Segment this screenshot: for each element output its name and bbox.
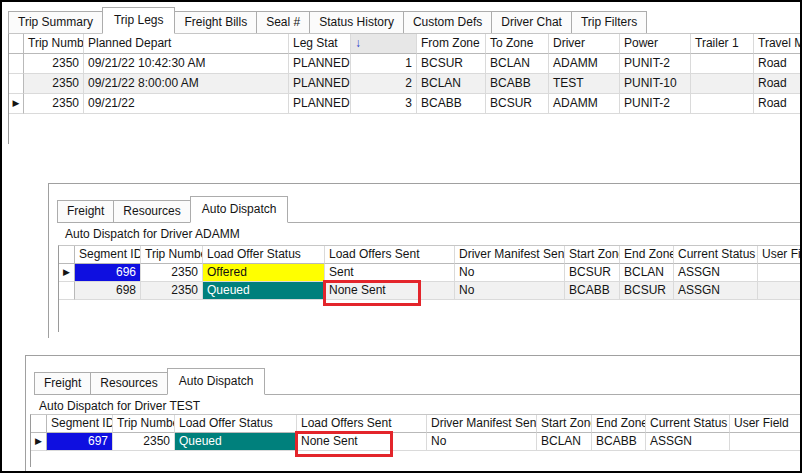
column-header-user-field[interactable]: User Field [758,246,800,264]
cell-travel-mode[interactable]: Road [754,94,800,114]
column-header-load-offers-sent[interactable]: Load Offers Sent [325,246,455,264]
cell-trip-number[interactable]: 2350 [113,433,175,451]
tab-resources[interactable]: Resources [90,372,167,394]
column-header-start-zone[interactable]: Start Zone [537,415,592,433]
column-header-driver-manifest-sent[interactable]: Driver Manifest Sent [455,246,565,264]
cell-user-field[interactable] [758,264,800,282]
column-header-driver-manifest-sent[interactable]: Driver Manifest Sent [427,415,537,433]
tab-trip-filters[interactable]: Trip Filters [571,11,647,33]
cell-trailer-1[interactable] [691,94,754,114]
column-header-current-status[interactable]: Current Status [674,246,758,264]
row-selector[interactable]: ▶ [9,94,24,114]
cell-segment-id[interactable]: 698 [75,282,141,300]
cell-planned-depart[interactable]: 09/21/22 8:00:00 AM [84,74,289,94]
cell-load-offer-status[interactable]: Offered [203,264,325,282]
cell-driver[interactable]: TEST [549,74,620,94]
cell-power[interactable]: PUNIT-2 [620,94,691,114]
tab-seal[interactable]: Seal # [256,11,310,33]
cell-trip-number[interactable]: 2350 [24,94,84,114]
cell-driver-manifest-sent[interactable]: No [427,433,537,451]
cell-start-zone[interactable]: BCLAN [537,433,592,451]
column-header-start-zone[interactable]: Start Zone [565,246,620,264]
cell-driver[interactable]: ADAMM [549,54,620,74]
cell-driver-manifest-sent[interactable]: No [455,282,565,300]
row-selector[interactable] [59,282,75,300]
row-selector[interactable] [9,74,24,94]
tab-auto-dispatch[interactable]: Auto Dispatch [190,196,289,223]
column-header-leg-seq[interactable]: ↓Leg Seq [351,34,417,54]
cell-start-zone[interactable]: BCSUR [565,264,620,282]
cell-leg-seq[interactable]: 1 [351,54,417,74]
cell-driver-manifest-sent[interactable]: No [455,264,565,282]
tab-status-history[interactable]: Status History [309,11,404,33]
cell-travel-mode[interactable]: Road [754,54,800,74]
tab-resources[interactable]: Resources [113,200,190,222]
tab-auto-dispatch[interactable]: Auto Dispatch [167,368,266,395]
column-header-segment-id[interactable]: Segment ID [47,415,113,433]
cell-current-status[interactable]: ASSGN [674,264,758,282]
column-header-from-zone[interactable]: From Zone [417,34,486,54]
cell-power[interactable]: PUNIT-10 [620,74,691,94]
cell-load-offers-sent[interactable]: None Sent [297,433,427,451]
cell-segment-id[interactable]: 696 [75,264,141,282]
tab-driver-chat[interactable]: Driver Chat [491,11,572,33]
cell-from-zone[interactable]: BCLAN [417,74,486,94]
column-header-leg-stat[interactable]: Leg Stat [289,34,351,54]
cell-from-zone[interactable]: BCABB [417,94,486,114]
tab-freight-bills[interactable]: Freight Bills [174,11,257,33]
row-selector[interactable] [9,54,24,74]
cell-end-zone[interactable]: BCSUR [620,282,674,300]
column-header-load-offer-status[interactable]: Load Offer Status [203,246,325,264]
cell-user-field[interactable] [758,282,800,300]
cell-trip-number[interactable]: 2350 [141,282,203,300]
cell-segment-id[interactable]: 697 [47,433,113,451]
cell-start-zone[interactable]: BCABB [565,282,620,300]
cell-to-zone[interactable]: BCABB [486,74,549,94]
column-header-trip-number[interactable]: Trip Number [24,34,84,54]
cell-leg-stat[interactable]: PLANNED [289,94,351,114]
cell-current-status[interactable]: ASSGN [674,282,758,300]
column-header-end-zone[interactable]: End Zone [620,246,674,264]
cell-load-offer-status[interactable]: Queued [203,282,325,300]
cell-trip-number[interactable]: 2350 [24,74,84,94]
cell-trailer-1[interactable] [691,74,754,94]
cell-load-offers-sent[interactable]: None Sent [325,282,455,300]
cell-trip-number[interactable]: 2350 [24,54,84,74]
tab-freight[interactable]: Freight [34,372,91,394]
cell-travel-mode[interactable]: Road [754,74,800,94]
row-selector[interactable]: ▶ [31,433,47,451]
column-header-trailer-1[interactable]: Trailer 1 [691,34,754,54]
cell-planned-depart[interactable]: 09/21/22 [84,94,289,114]
column-header-load-offer-status[interactable]: Load Offer Status [175,415,297,433]
cell-leg-stat[interactable]: PLANNED [289,54,351,74]
cell-planned-depart[interactable]: 09/21/22 10:42:30 AM [84,54,289,74]
column-header-to-zone[interactable]: To Zone [486,34,549,54]
cell-current-status[interactable]: ASSGN [646,433,730,451]
tab-freight[interactable]: Freight [57,200,114,222]
cell-leg-seq[interactable]: 2 [351,74,417,94]
tab-trip-legs[interactable]: Trip Legs [102,7,176,34]
cell-load-offer-status[interactable]: Queued [175,433,297,451]
cell-leg-stat[interactable]: PLANNED [289,74,351,94]
column-header-planned-depart[interactable]: Planned Depart [84,34,289,54]
cell-trailer-1[interactable] [691,54,754,74]
column-header-user-field[interactable]: User Field [730,415,800,433]
cell-user-field[interactable] [730,433,800,451]
cell-end-zone[interactable]: BCABB [592,433,646,451]
column-header-current-status[interactable]: Current Status [646,415,730,433]
column-header-driver[interactable]: Driver [549,34,620,54]
column-header-trip-number[interactable]: Trip Number [113,415,175,433]
column-header-power[interactable]: Power [620,34,691,54]
column-header-segment-id[interactable]: Segment ID [75,246,141,264]
cell-load-offers-sent[interactable]: Sent [325,264,455,282]
column-header-travel-mode[interactable]: Travel Mode [754,34,800,54]
column-header-trip-number[interactable]: Trip Number [141,246,203,264]
cell-to-zone[interactable]: BCLAN [486,54,549,74]
tab-trip-summary[interactable]: Trip Summary [8,11,103,33]
cell-driver[interactable]: ADAMM [549,94,620,114]
column-header-end-zone[interactable]: End Zone [592,415,646,433]
cell-trip-number[interactable]: 2350 [141,264,203,282]
cell-from-zone[interactable]: BCSUR [417,54,486,74]
cell-leg-seq[interactable]: 3 [351,94,417,114]
row-selector[interactable]: ▶ [59,264,75,282]
